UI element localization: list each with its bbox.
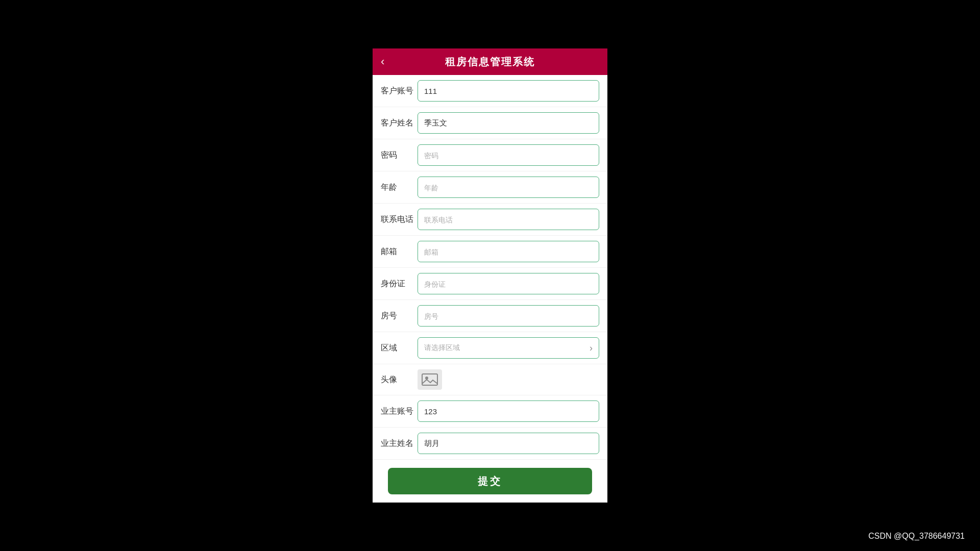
back-button[interactable]: ‹ <box>381 55 384 68</box>
submit-button[interactable]: 提交 <box>388 468 592 494</box>
room-number-label: 房号 <box>381 311 418 321</box>
region-placeholder: 请选择区域 <box>424 343 585 353</box>
owner-name-label: 业主姓名 <box>381 438 418 449</box>
submit-row: 提交 <box>373 460 607 503</box>
phone-input[interactable] <box>418 209 599 230</box>
watermark: CSDN @QQ_3786649731 <box>868 532 965 541</box>
header: ‹ 租房信息管理系统 <box>373 48 607 75</box>
age-input[interactable] <box>418 177 599 198</box>
password-input[interactable] <box>418 144 599 166</box>
customer-account-label: 客户账号 <box>381 86 418 96</box>
region-row: 区域 请选择区域 › <box>373 332 607 364</box>
phone-label: 联系电话 <box>381 214 418 225</box>
chevron-right-icon: › <box>590 343 593 354</box>
phone-container: ‹ 租房信息管理系统 客户账号 客户姓名 密码 年龄 联系电话 <box>373 48 607 503</box>
customer-name-input[interactable] <box>418 112 599 134</box>
age-label: 年龄 <box>381 182 418 193</box>
owner-account-row: 业主账号 <box>373 395 607 428</box>
avatar-row: 头像 <box>373 364 607 395</box>
customer-account-input[interactable] <box>418 80 599 102</box>
email-label: 邮箱 <box>381 246 418 257</box>
customer-name-row: 客户姓名 <box>373 107 607 139</box>
owner-account-label: 业主账号 <box>381 406 418 417</box>
password-row: 密码 <box>373 139 607 171</box>
room-number-input[interactable] <box>418 305 599 327</box>
customer-account-row: 客户账号 <box>373 75 607 107</box>
email-input[interactable] <box>418 241 599 262</box>
avatar-upload[interactable] <box>418 369 442 390</box>
password-label: 密码 <box>381 150 418 161</box>
room-number-row: 房号 <box>373 300 607 332</box>
phone-row: 联系电话 <box>373 204 607 236</box>
image-icon <box>422 372 438 387</box>
owner-name-row: 业主姓名 <box>373 428 607 460</box>
svg-rect-0 <box>422 374 437 385</box>
region-select[interactable]: 请选择区域 › <box>418 337 599 359</box>
avatar-label: 头像 <box>381 374 418 385</box>
id-card-input[interactable] <box>418 273 599 294</box>
region-label: 区域 <box>381 343 418 354</box>
owner-account-input[interactable] <box>418 400 599 422</box>
form-body: 客户账号 客户姓名 密码 年龄 联系电话 邮箱 身份 <box>373 75 607 503</box>
header-title: 租房信息管理系统 <box>445 55 535 69</box>
owner-name-input[interactable] <box>418 433 599 454</box>
age-row: 年龄 <box>373 171 607 204</box>
customer-name-label: 客户姓名 <box>381 118 418 129</box>
email-row: 邮箱 <box>373 236 607 268</box>
id-card-row: 身份证 <box>373 268 607 300</box>
id-card-label: 身份证 <box>381 279 418 289</box>
